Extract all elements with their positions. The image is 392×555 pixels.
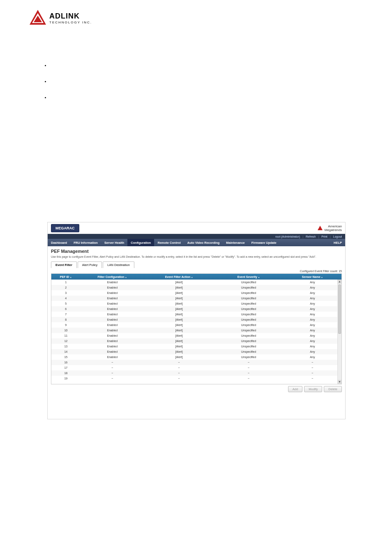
cell-sensor-name: Any: [284, 340, 341, 342]
table-row[interactable]: 16~~~~: [51, 360, 341, 365]
cell-filter-action: [Alert]: [144, 297, 214, 300]
cell-filter-action: [Alert]: [144, 345, 214, 348]
cell-sensor-name: Any: [284, 318, 341, 321]
tab-strip: Event Filter Alert Policy LAN Destinatio…: [51, 261, 342, 268]
print-link[interactable]: Print: [321, 235, 327, 238]
cell-filter-action: [Alert]: [144, 340, 214, 342]
cell-filter-config: ~: [81, 366, 144, 369]
table-row[interactable]: 19~~~~: [51, 376, 341, 381]
cell-filter-action: ~: [144, 377, 214, 380]
table-row[interactable]: 3Enabled[Alert]UnspecifiedAny: [51, 290, 341, 296]
cell-filter-action: ~: [144, 361, 214, 364]
table-row[interactable]: 5Enabled[Alert]UnspecifiedAny: [51, 301, 341, 306]
svg-marker-3: [318, 226, 323, 230]
cell-sensor-name: Any: [284, 281, 341, 284]
cell-event-severity: Unspecified: [214, 302, 283, 305]
cell-filter-config: ~: [81, 361, 144, 364]
nav-configuration[interactable]: Configuration: [127, 239, 154, 246]
cell-sensor-name: Any: [284, 313, 341, 316]
nav-server-health[interactable]: Server Health: [101, 239, 127, 246]
col-sensor-name[interactable]: Sensor Name: [284, 275, 341, 278]
scroll-thumb[interactable]: [338, 284, 341, 334]
cell-event-severity: Unspecified: [214, 291, 283, 294]
nav-fru-information[interactable]: FRU Information: [70, 239, 101, 246]
cell-filter-action: [Alert]: [144, 318, 214, 321]
table-row[interactable]: 14Enabled[Alert]UnspecifiedAny: [51, 349, 341, 354]
nav-remote-control[interactable]: Remote Control: [154, 239, 184, 246]
cell-event-severity: Unspecified: [214, 345, 283, 348]
table-row[interactable]: 13Enabled[Alert]UnspecifiedAny: [51, 344, 341, 349]
tab-event-filter[interactable]: Event Filter: [51, 261, 77, 268]
cell-filter-action: [Alert]: [144, 329, 214, 332]
cell-filter-config: Enabled: [81, 313, 144, 316]
cell-event-severity: ~: [214, 377, 283, 380]
table-row[interactable]: 1Enabled[Alert]UnspecifiedAny: [51, 280, 341, 285]
cell-pef-id: 8: [51, 318, 81, 321]
nav-dashboard[interactable]: Dashboard: [48, 239, 70, 246]
table-row[interactable]: 9Enabled[Alert]UnspecifiedAny: [51, 322, 341, 328]
nav-auto-video-recording[interactable]: Auto Video Recording: [184, 239, 223, 246]
table-row[interactable]: 2Enabled[Alert]UnspecifiedAny: [51, 285, 341, 290]
cell-filter-action: [Alert]: [144, 286, 214, 289]
table-row[interactable]: 18~~~~: [51, 370, 341, 376]
page-title: PEF Management: [51, 249, 342, 254]
table-row[interactable]: 7Enabled[Alert]UnspecifiedAny: [51, 312, 341, 317]
scroll-down-arrow-icon[interactable]: ▼: [338, 380, 341, 384]
cell-filter-action: [Alert]: [144, 291, 214, 294]
table-row[interactable]: 4Enabled[Alert]UnspecifiedAny: [51, 296, 341, 301]
table-row[interactable]: 17~~~~: [51, 365, 341, 370]
table-row[interactable]: 12Enabled[Alert]UnspecifiedAny: [51, 338, 341, 344]
bullet-item: [50, 79, 51, 84]
nav-maintenance[interactable]: Maintenance: [223, 239, 248, 246]
table-row[interactable]: 11Enabled[Alert]UnspecifiedAny: [51, 333, 341, 338]
cell-filter-config: Enabled: [81, 345, 144, 348]
scroll-up-arrow-icon[interactable]: ▲: [338, 280, 341, 284]
cell-sensor-name: ~: [284, 377, 341, 380]
cell-pef-id: 18: [51, 372, 81, 375]
current-user: root (Administrator): [275, 235, 300, 238]
col-filter-action[interactable]: Event Filter Action: [144, 275, 214, 278]
delete-button[interactable]: Delete: [324, 386, 342, 392]
cell-filter-action: [Alert]: [144, 302, 214, 305]
cell-pef-id: 9: [51, 324, 81, 326]
filter-count-label: Configured Event Filter count: 15: [51, 270, 342, 273]
table-row[interactable]: 6Enabled[Alert]UnspecifiedAny: [51, 306, 341, 312]
cell-pef-id: 12: [51, 340, 81, 342]
user-strip: root (Administrator) | Refresh | Print |…: [48, 234, 345, 239]
cell-sensor-name: Any: [284, 286, 341, 289]
table-row[interactable]: 10Enabled[Alert]UnspecifiedAny: [51, 328, 341, 333]
col-event-severity[interactable]: Event Severity: [214, 275, 283, 278]
cell-event-severity: ~: [214, 372, 283, 375]
cell-pef-id: 2: [51, 286, 81, 289]
cell-event-severity: Unspecified: [214, 340, 283, 342]
table-row[interactable]: 8Enabled[Alert]UnspecifiedAny: [51, 317, 341, 322]
cell-sensor-name: Any: [284, 334, 341, 337]
adlink-triangle-icon: [28, 8, 48, 28]
cell-event-severity: Unspecified: [214, 350, 283, 353]
table-row[interactable]: 15Enabled[Alert]UnspecifiedAny: [51, 354, 341, 360]
cell-filter-config: Enabled: [81, 324, 144, 326]
nav-help[interactable]: HELP: [334, 241, 345, 245]
logout-link[interactable]: Logout: [333, 235, 342, 238]
cell-filter-action: [Alert]: [144, 281, 214, 284]
cell-filter-config: Enabled: [81, 340, 144, 342]
modify-button[interactable]: Modify: [304, 386, 322, 392]
vertical-scrollbar[interactable]: ▲ ▼: [337, 280, 341, 384]
cell-filter-config: Enabled: [81, 329, 144, 332]
page-content: PEF Management Use this page to configur…: [48, 246, 345, 395]
cell-filter-config: Enabled: [81, 281, 144, 284]
cell-sensor-name: Any: [284, 297, 341, 300]
cell-filter-config: Enabled: [81, 302, 144, 305]
add-button[interactable]: Add: [288, 386, 302, 392]
doc-brand-logo: ADLINK TECHNOLOGY INC.: [28, 8, 92, 28]
vendor-logo: American Megatrends: [317, 224, 342, 232]
cell-pef-id: 13: [51, 345, 81, 348]
event-filter-table: PEF ID Filter Configuration Event Filter…: [51, 273, 342, 384]
refresh-link[interactable]: Refresh: [306, 235, 316, 238]
col-filter-config[interactable]: Filter Configuration: [81, 275, 144, 278]
tab-alert-policy[interactable]: Alert Policy: [78, 261, 102, 268]
col-pef-id[interactable]: PEF ID: [51, 275, 81, 278]
tab-lan-destination[interactable]: LAN Destination: [103, 261, 134, 268]
cell-event-severity: Unspecified: [214, 334, 283, 337]
nav-firmware-update[interactable]: Firmware Update: [248, 239, 280, 246]
